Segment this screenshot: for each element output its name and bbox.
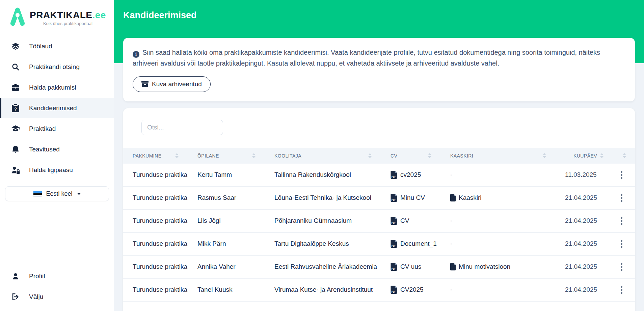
sort-icon[interactable] <box>368 153 372 158</box>
sidebar-item-profiil[interactable]: Profiil <box>0 266 114 286</box>
cell-pakkumine: Turunduse praktika <box>133 217 197 224</box>
search-input[interactable] <box>141 120 223 135</box>
app-window: PRAKTIKALE.ee Kõik ühes praktikaportaal … <box>0 0 644 311</box>
sidebar-item-label: Teavitused <box>29 146 60 153</box>
sidebar-item-label: Halda pakkumisi <box>29 84 76 91</box>
cell-pakkumine: Turunduse praktika <box>133 240 197 247</box>
estonia-flag-icon <box>33 191 42 197</box>
user-icon <box>11 272 20 280</box>
cv-file-link[interactable]: PDFCV2025 <box>391 286 450 294</box>
sidebar-item-kandideerimised[interactable]: ? Kandideerimised <box>0 98 114 118</box>
column-header-koolitaja[interactable]: KOOLITAJA <box>274 153 391 159</box>
pdf-file-icon: PDF <box>391 194 397 202</box>
clipboard-question-icon: ? <box>11 104 20 112</box>
intro-text: iSiin saad hallata kõiki oma praktikapak… <box>133 47 625 69</box>
cell-kuupaev: 21.04.2025 <box>565 217 612 224</box>
sidebar-item-label: Kandideerimised <box>29 104 77 112</box>
cell-kuupaev: 21.04.2025 <box>565 194 612 201</box>
column-header-cv[interactable]: CV <box>391 153 450 159</box>
table-row: Turunduse praktikaAnnika VaherEesti Rahv… <box>123 256 635 279</box>
sort-icon[interactable] <box>623 153 626 158</box>
applications-card: PAKKUMINE ÕPILANE KOOLITAJA CV KAASKIRI … <box>123 108 635 311</box>
sidebar-footer: Profiil Välju <box>0 266 114 311</box>
cell-kuupaev: 21.04.2025 <box>565 263 612 270</box>
kaaskiri-empty: - <box>450 240 452 247</box>
kaaskiri-empty: - <box>450 286 452 293</box>
cell-pakkumine: Turunduse praktika <box>133 194 197 201</box>
sidebar-item-label: Praktikandi otsing <box>29 63 80 71</box>
cover-letter-link[interactable]: Kaaskiri <box>450 194 565 201</box>
kaaskiri-empty: - <box>450 217 452 224</box>
brand-tagline: Kõik ühes praktikaportaal <box>43 21 92 26</box>
svg-text:PDF: PDF <box>392 176 396 178</box>
table-header-row: PAKKUMINE ÕPILANE KOOLITAJA CV KAASKIRI … <box>123 148 635 164</box>
svg-text:PDF: PDF <box>392 222 396 224</box>
cv-file-link[interactable]: PDFCV <box>391 217 450 225</box>
column-header-kaaskiri[interactable]: KAASKIRI <box>450 153 565 159</box>
sidebar-item-valju[interactable]: Välju <box>0 286 114 307</box>
sort-icon[interactable] <box>252 153 256 158</box>
column-header-actions[interactable] <box>612 153 627 158</box>
column-header-opilane[interactable]: ÕPILANE <box>197 153 274 159</box>
sort-icon[interactable] <box>428 153 431 158</box>
sort-icon[interactable] <box>175 153 179 158</box>
pdf-file-icon: PDF <box>391 263 397 271</box>
svg-text:PDF: PDF <box>392 268 396 270</box>
briefcase-icon <box>11 83 20 92</box>
column-header-kuupaev[interactable]: KUUPÄEV <box>565 153 612 159</box>
cell-opilane: Mikk Pärn <box>197 240 274 247</box>
svg-text:PDF: PDF <box>392 245 396 247</box>
svg-text:PDF: PDF <box>392 199 396 201</box>
kaaskiri-empty: - <box>450 171 452 178</box>
cell-koolitaja: Põhjaranniku Gümnaasium <box>274 217 391 224</box>
row-actions-kebab-icon[interactable] <box>616 191 627 205</box>
table-body: Turunduse praktikaKertu TammTallinna Rak… <box>123 164 635 302</box>
cell-koolitaja: Tallinna Rakenduskõrgkool <box>274 171 391 178</box>
row-actions-kebab-icon[interactable] <box>616 237 627 250</box>
sort-icon[interactable] <box>543 153 546 158</box>
sidebar-item-halda-ligipaasu[interactable]: Halda ligipääsu <box>0 160 114 180</box>
table-row: Turunduse praktikaRasmus SaarLõuna-Eesti… <box>123 187 635 210</box>
sort-icon[interactable] <box>600 153 603 158</box>
brand-name: PRAKTIKALE.ee <box>30 10 106 20</box>
bell-icon <box>11 145 20 153</box>
mountain-a-logo-icon <box>9 7 26 27</box>
sidebar: PRAKTIKALE.ee Kõik ühes praktikaportaal … <box>0 0 114 311</box>
column-header-pakkumine[interactable]: PAKKUMINE <box>133 153 197 159</box>
table-row: Turunduse praktikaTanel KuuskVirumaa Kut… <box>123 279 635 302</box>
sidebar-item-halda-pakkumisi[interactable]: Halda pakkumisi <box>0 77 114 98</box>
row-actions-kebab-icon[interactable] <box>616 283 627 296</box>
cell-opilane: Liis Jõgi <box>197 217 274 224</box>
chevron-down-icon <box>77 193 81 195</box>
row-actions-kebab-icon[interactable] <box>616 214 627 228</box>
cv-file-link[interactable]: PDFCV uus <box>391 263 450 271</box>
pdf-file-icon: PDF <box>391 217 397 225</box>
row-actions-kebab-icon[interactable] <box>616 260 627 273</box>
sidebar-item-label: Praktikad <box>29 125 56 133</box>
brand-logo[interactable]: PRAKTIKALE.ee Kõik ühes praktikaportaal <box>0 0 114 27</box>
pdf-file-icon: PDF <box>391 286 397 294</box>
main-area: Kandideerimised iSiin saad hallata kõiki… <box>114 0 644 311</box>
pdf-file-icon: PDF <box>391 171 397 179</box>
sidebar-nav: Töölaud Praktikandi otsing Halda pakkumi… <box>0 36 114 180</box>
show-archived-button[interactable]: Kuva arhiveeritud <box>133 76 211 92</box>
sidebar-item-label: Profiil <box>29 272 45 280</box>
row-actions-kebab-icon[interactable] <box>616 168 627 182</box>
table-row: Turunduse praktikaMikk PärnTartu Digitaa… <box>123 233 635 256</box>
cv-file-link[interactable]: PDFDocument_1 <box>391 240 450 248</box>
cv-file-link[interactable]: PDFMinu CV <box>391 194 450 202</box>
sidebar-item-praktikandi-otsing[interactable]: Praktikandi otsing <box>0 56 114 77</box>
language-selector[interactable]: Eesti keel <box>5 186 109 201</box>
cell-pakkumine: Turunduse praktika <box>133 263 197 270</box>
cover-letter-link[interactable]: Minu motivatsioon <box>450 263 565 270</box>
info-circle-icon: i <box>133 51 139 58</box>
cv-file-link[interactable]: PDFcv2025 <box>391 171 450 179</box>
sidebar-item-label: Välju <box>29 293 43 301</box>
sign-out-icon <box>11 293 20 301</box>
sidebar-item-teavitused[interactable]: Teavitused <box>0 139 114 160</box>
sidebar-item-label: Halda ligipääsu <box>29 166 73 174</box>
sidebar-item-toolaud[interactable]: Töölaud <box>0 36 114 56</box>
table-row: Turunduse praktikaKertu TammTallinna Rak… <box>123 164 635 187</box>
cell-koolitaja: Virumaa Kutse- ja Arendusinstituut <box>274 286 391 293</box>
sidebar-item-praktikad[interactable]: Praktikad <box>0 118 114 139</box>
